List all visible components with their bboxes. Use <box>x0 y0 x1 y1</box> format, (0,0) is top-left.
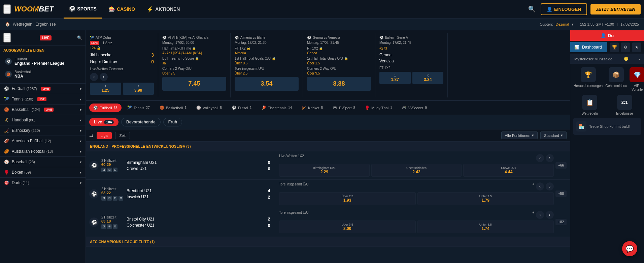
odd-draw[interactable]: Unentschieden 2.42 <box>371 164 462 177</box>
sport-item-basketball[interactable]: 🏀 Basketball (124) LIVE ▾ <box>0 105 86 115</box>
sport-item-darts[interactable]: 🎯 Darts (11) ▾ <box>0 178 86 188</box>
tab-futsal[interactable]: ⚽ Futsal 1 <box>228 104 256 112</box>
double-arrow-icon[interactable]: ⇉ <box>89 133 93 138</box>
soccer-match-icon3: ⚽ <box>89 217 99 227</box>
chevron-down-icon[interactable]: ▾ <box>572 22 574 27</box>
tab-vsoccer[interactable]: 🎮 V-Soccer 9 <box>398 104 431 112</box>
plus-icon2[interactable]: + <box>532 211 534 219</box>
next-odds-brentford[interactable]: › <box>546 182 554 191</box>
treue-shop[interactable]: 🏪 Treue-Shop kommt bald! <box>573 118 641 135</box>
odd-1-atp[interactable]: 1 1.25 <box>90 83 121 95</box>
odd-under-brentford[interactable]: Unter 7.5 1.79 <box>417 192 554 205</box>
tab-kricket[interactable]: 🏏 Kricket 5 <box>298 104 327 112</box>
search-button[interactable]: 🔍 <box>527 4 537 14</box>
league-item-nba[interactable]: 🏀 Basketball NBA <box>3 68 82 81</box>
login-button[interactable]: 👤 EINLOGGEN <box>541 3 587 15</box>
team-colchester: Colchester U21 <box>127 222 264 228</box>
featured-match-alahli[interactable]: ⚽ Al-Ahli [KSA] vs Al Gharafa Montag, 17… <box>158 33 231 97</box>
action-herausforderungen[interactable]: 🏆 Herausforderungen <box>574 67 603 91</box>
standard-button[interactable]: Standard ▾ <box>540 132 567 139</box>
more-button-bristol[interactable]: +82 <box>555 219 567 225</box>
home-icon[interactable]: 🏠 <box>5 22 10 27</box>
prev-arrow-atp[interactable]: ‹ <box>90 73 98 81</box>
sidebar-menu[interactable]: ☰ <box>3 33 11 42</box>
action-geheimnisbox[interactable]: 📦 Geheimnisbox <box>605 67 627 91</box>
main-odd-genoa[interactable]: 8.88 <box>307 77 371 91</box>
next-odds-bristol[interactable]: › <box>546 211 554 219</box>
filter-live[interactable]: Live 104 <box>89 118 118 126</box>
prev-odds-birmingham[interactable]: ‹ <box>536 154 544 162</box>
featured-match-atp[interactable]: 🎾 ATP Doha LIVE 1 Satz +24 🔒 Jiri Leheck… <box>86 33 158 97</box>
sport-item-australian-football[interactable]: 🏉 Australian Football (13) ▾ <box>0 146 86 157</box>
sport-item-handball[interactable]: 🤾 Handball (80) ▾ <box>0 115 86 125</box>
status-icons: ⊡ ⊡ ⊡ <box>101 168 127 172</box>
sport-item-american-football[interactable]: 🏈 American Fußball (12) ▾ <box>0 136 86 146</box>
liga-button[interactable]: Liga <box>97 132 112 139</box>
chat-button[interactable]: 💬 <box>622 241 637 256</box>
odd-1-serie[interactable]: 1 1.87 <box>379 72 411 84</box>
prev-odds-bristol[interactable]: ‹ <box>536 211 544 219</box>
hamburger-menu[interactable]: ☰ <box>3 4 11 14</box>
action-vip[interactable]: 💎 VIP-Vorteile <box>630 67 644 91</box>
chevron-icon-handball: ▾ <box>80 118 81 122</box>
featured-match-genoa-venezia[interactable]: ⚽ Genoa vs Venezia Montag, 17/02, 21:45 … <box>303 33 375 97</box>
match-row-brentford[interactable]: ⚽ 2 Halbzeit 63:22 ⊡ ⊡ ⊡ ⊡ Brentford U21… <box>86 180 570 208</box>
odd-over-bristol[interactable]: Über 3.5 2.00 <box>279 221 416 233</box>
featured-match-almeria[interactable]: ⚽ Almeria vs Elche Montag, 17/02, 21:30 … <box>231 33 303 97</box>
plus-icon[interactable]: + <box>532 182 534 191</box>
odd-birmingham[interactable]: Birmingham U21 2.29 <box>279 164 370 177</box>
logo[interactable]: WOOM BET <box>14 5 54 13</box>
filter-bevorstehende[interactable]: Bevorstehende <box>121 118 161 126</box>
odds-type[interactable]: Dezimal <box>555 22 569 26</box>
tab-esport[interactable]: 🎮 E-Sport 8 <box>329 104 359 112</box>
tab-tischtennis[interactable]: 🏓 Tischtennis 14 <box>258 104 296 112</box>
tab-muaythai[interactable]: 🥊 Muay Thai 1 <box>361 104 396 112</box>
left-sidebar: ☰ LIVE 🔍 AUSGEWÄHLTE LIGEN ⚽ Fußball Eng… <box>0 30 86 263</box>
filter-fruh[interactable]: Früh <box>163 118 182 126</box>
breadcrumb-links[interactable]: Wettregeln | Ergebnisse <box>13 22 56 27</box>
tab-basketball[interactable]: 🏀 Basketball 1 <box>156 104 191 112</box>
nav-sports[interactable]: ⚽ SPORTS <box>64 0 102 19</box>
trophy-icon-btn[interactable]: 🏆 <box>610 42 619 52</box>
sport-item-boxen[interactable]: 🥊 Boxen (59) ▾ <box>0 167 86 178</box>
match-teams-birmingham: Birmingham U21 Crewe U21 <box>127 159 264 172</box>
zeit-button[interactable]: Zeit <box>115 132 130 139</box>
futsal-tab-icon: ⚽ <box>232 106 236 110</box>
odd-over-brentford[interactable]: Über 7.5 1.93 <box>279 192 416 205</box>
prev-odds-brentford[interactable]: ‹ <box>536 182 544 191</box>
tab-volleyball[interactable]: 🏐 Volleyball 5 <box>192 104 226 112</box>
odd-crewe[interactable]: Crewe U21 4.44 <box>463 164 554 177</box>
more-button-brentford[interactable]: +58 <box>555 191 567 197</box>
main-odd-alahli[interactable]: 7.45 <box>162 77 226 91</box>
main-odd-almeria[interactable]: 3.54 <box>235 77 299 91</box>
action-ergebnisse[interactable]: 2:1 Ergebnisse <box>609 95 641 115</box>
tab-tennis[interactable]: 🎾 Tennis 27 <box>123 104 154 112</box>
tab-fussball[interactable]: ⚽ Fußball 33 <box>89 104 122 112</box>
next-arrow-atp[interactable]: › <box>100 73 108 81</box>
sport-item-tennis[interactable]: 🎾 Tennis (230) LIVE ▾ <box>0 94 86 105</box>
sidebar-search-icon[interactable]: 🔍 <box>77 35 82 40</box>
muaythai-tab-icon: 🥊 <box>365 106 370 110</box>
nav-aktionen[interactable]: ⚡ AKTIONEN <box>142 0 185 19</box>
nav-casino[interactable]: 🎰 CASINO <box>103 0 140 19</box>
sport-item-baseball[interactable]: ⚾ Baseball (23) ▾ <box>0 157 86 167</box>
join-button[interactable]: JETZT BEITRETEN <box>590 4 641 14</box>
featured-match-serie-a[interactable]: ⚽ Italien - Serie A Montag, 17/02, 21:45… <box>375 33 448 97</box>
match-row-birmingham[interactable]: ⚽ 2 Halbzeit 60:29 ⊡ ⊡ ⊡ Birmingham U21 … <box>86 151 570 180</box>
dashboard-button[interactable]: 📊 Dashboard <box>570 42 607 52</box>
action-wettregeln[interactable]: 📋 Wettregeln <box>574 95 606 115</box>
odd-2-atp[interactable]: 2 3.99 <box>123 83 154 95</box>
league-item-premier-league[interactable]: ⚽ Fußball England - Premier League <box>3 55 82 68</box>
match-row-bristol[interactable]: ⚽ 2 Halbzeit 63:18 ⊡ ⊡ ⊡ Bristol City U2… <box>86 208 570 236</box>
sport-item-eishockey[interactable]: 🏒 Eishockey (220) ▾ <box>0 125 86 136</box>
league-name-nba: NBA <box>14 74 80 79</box>
alle-funktionen-button[interactable]: Alle Funktionen ▾ <box>501 132 538 139</box>
odd-under-bristol[interactable]: Unter 3.5 1.74 <box>417 221 554 233</box>
settings-icon-btn[interactable]: ⚙ <box>621 42 630 52</box>
odd-x-serie[interactable]: X 3.24 <box>412 72 444 84</box>
sport-item-fussball[interactable]: ⚽ Fußball (1287) LIVE ▾ <box>0 84 86 94</box>
next-odds-birmingham[interactable]: › <box>546 154 554 162</box>
user-button[interactable]: 👤 Du <box>570 30 644 41</box>
more-button-birmingham[interactable]: +66 <box>555 162 567 169</box>
star-icon-btn[interactable]: ★ <box>632 42 641 52</box>
